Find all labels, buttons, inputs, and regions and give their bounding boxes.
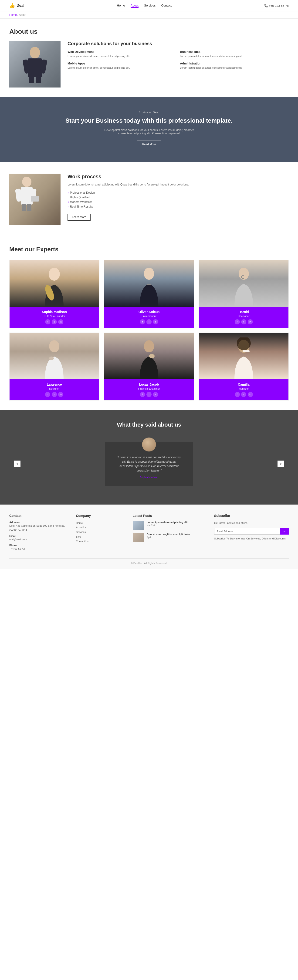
svg-rect-25 — [242, 350, 250, 352]
testimonial-prev-button[interactable]: < — [14, 461, 21, 467]
footer-subscribe-col: Subscribe Get latest updates and offers.… — [214, 514, 289, 551]
facebook-icon[interactable]: f — [140, 392, 145, 397]
about-image — [9, 41, 61, 88]
expert-info-sophia: Sophia Madison CEO / Co-Founder f t in — [10, 307, 99, 328]
post-thumb-1 — [133, 521, 144, 530]
work-desc: Lorem ipsum dolor sit amet adipiscing el… — [67, 183, 289, 187]
footer-company-link-blog[interactable]: Blog — [76, 535, 126, 539]
business-deal-heading: Start your Business today with this prof… — [9, 117, 289, 125]
feature-administration: Administration Lorem ipsum dolor sit ame… — [180, 62, 289, 70]
nav-services[interactable]: Services — [144, 4, 156, 8]
email-subscribe-input[interactable] — [214, 528, 280, 535]
linkedin-icon[interactable]: in — [153, 319, 158, 325]
logo: 👍 Deal — [9, 3, 24, 8]
svg-rect-4 — [29, 76, 34, 83]
linkedin-icon[interactable]: in — [248, 319, 253, 325]
svg-point-0 — [30, 47, 40, 59]
post-thumb-2 — [133, 533, 144, 542]
testimonials-section: What they said about us < "Lorem ipsum d… — [0, 410, 298, 504]
feature-desc: Lorem ipsum dolor sit amet, consectetur … — [180, 54, 289, 58]
about-content: Corporate solutions for your business We… — [9, 41, 289, 88]
svg-point-19 — [49, 340, 59, 352]
footer-phone[interactable]: +44-09-55-42 — [9, 547, 69, 551]
testimonial-quote: "Lorem ipsum dolor sit amet consectetur … — [116, 455, 182, 473]
about-title: About us — [9, 28, 289, 35]
svg-rect-1 — [28, 59, 42, 77]
work-image — [9, 173, 61, 225]
expert-photo-lucas — [104, 333, 194, 379]
footer-contact-heading: Contact — [9, 514, 69, 517]
facebook-icon[interactable]: f — [235, 392, 240, 397]
post-item-2: Cras at nunc sagittis, suscipit dolor Ap… — [133, 533, 207, 542]
experts-grid: Sophia Madison CEO / Co-Founder f t in — [9, 260, 289, 401]
footer-company-col: Company Home About Us Services Blog Cont… — [76, 514, 126, 551]
svg-point-15 — [144, 267, 154, 280]
linkedin-icon[interactable]: in — [58, 392, 63, 397]
subscribe-button[interactable]: → — [280, 528, 289, 535]
svg-rect-11 — [27, 204, 32, 211]
expert-name-camilla: Camilla — [202, 383, 285, 386]
expert-role-harold: Developer — [202, 315, 285, 317]
facebook-icon[interactable]: f — [235, 319, 240, 325]
footer-email[interactable]: mail@mail.com — [9, 537, 69, 542]
facebook-icon[interactable]: f — [45, 392, 50, 397]
svg-point-13 — [49, 267, 60, 281]
work-heading: Work process — [67, 173, 289, 180]
expert-name-lawrence: Lawrence — [13, 383, 96, 386]
work-item-3: Modern Workflow — [67, 200, 289, 204]
feature-web-dev: Web Development Lorem ipsum dolor sit am… — [67, 50, 176, 58]
footer-company-heading: Company — [76, 514, 126, 517]
twitter-icon[interactable]: t — [241, 319, 246, 325]
linkedin-icon[interactable]: in — [58, 319, 63, 325]
twitter-icon[interactable]: t — [147, 319, 151, 325]
footer-grid: Contact Address Deal, 433 California St,… — [9, 514, 289, 551]
footer-copyright: © Deal Inc. All Rights Reserved. — [131, 562, 167, 565]
footer-company-link-services[interactable]: Services — [76, 530, 126, 535]
feature-business-idea: Business Idea Lorem ipsum dolor sit amet… — [180, 50, 289, 58]
facebook-icon[interactable]: f — [140, 319, 145, 325]
social-icons-camilla: f t in — [202, 392, 285, 397]
linkedin-icon[interactable]: in — [153, 392, 158, 397]
expert-role-lawrence: Designer — [13, 387, 96, 390]
post-meta-2: Cras at nunc sagittis, suscipit dolor Ap… — [147, 533, 190, 539]
work-item-4: Real-Time Results — [67, 204, 289, 209]
expert-role-oliver: Entrepreneur — [108, 315, 191, 317]
twitter-icon[interactable]: t — [241, 392, 246, 397]
about-features: Web Development Lorem ipsum dolor sit am… — [67, 50, 289, 70]
svg-rect-10 — [22, 204, 26, 211]
expert-info-camilla: Camilla Manager f t in — [199, 379, 288, 400]
read-more-button[interactable]: Read More — [137, 140, 161, 148]
footer-company-link-contact[interactable]: Contact Us — [76, 539, 126, 544]
footer-company-link-about[interactable]: About Us — [76, 525, 126, 530]
footer-email-label: Email — [9, 535, 69, 537]
work-process-section: Work process Lorem ipsum dolor sit amet … — [0, 162, 298, 237]
nav-about[interactable]: About — [131, 4, 139, 8]
main-nav: Home About Services Contact — [117, 4, 172, 8]
linkedin-icon[interactable]: in — [248, 392, 253, 397]
twitter-icon[interactable]: t — [52, 319, 57, 325]
feature-title: Business Idea — [180, 50, 289, 54]
facebook-icon[interactable]: f — [45, 319, 50, 325]
svg-text:C: C — [241, 274, 245, 280]
footer-posts-col: Latest Posts Lorem ipsum dolor adipiscin… — [133, 514, 207, 551]
twitter-icon[interactable]: t — [52, 392, 57, 397]
phone-number: 📞 +65-123-56-78 — [264, 4, 289, 8]
feature-desc: Lorem ipsum dolor sit amet, consectetur … — [67, 66, 176, 70]
post-date-1: Mar 2ist — [147, 524, 188, 527]
breadcrumb: Home / About — [0, 11, 298, 19]
expert-info-oliver: Oliver Atticus Entrepreneur f t in — [104, 307, 194, 328]
footer-company-link-home[interactable]: Home — [76, 521, 126, 525]
expert-card-camilla: Camilla Manager f t in — [199, 332, 289, 401]
breadcrumb-home[interactable]: Home — [9, 13, 17, 16]
nav-contact[interactable]: Contact — [161, 4, 172, 8]
social-icons-harold: f t in — [202, 319, 285, 325]
post-title-2: Cras at nunc sagittis, suscipit dolor — [147, 533, 190, 536]
about-heading: Corporate solutions for your business — [67, 41, 289, 46]
learn-more-button[interactable]: Learn More — [67, 214, 91, 221]
post-title-1: Lorem ipsum dolor adipiscing elit — [147, 521, 188, 523]
testimonial-next-button[interactable]: > — [277, 461, 284, 467]
expert-photo-sophia — [10, 260, 99, 307]
about-section: About us Corporate solutions for your bu… — [0, 19, 298, 97]
nav-home[interactable]: Home — [117, 4, 125, 8]
twitter-icon[interactable]: t — [147, 392, 151, 397]
